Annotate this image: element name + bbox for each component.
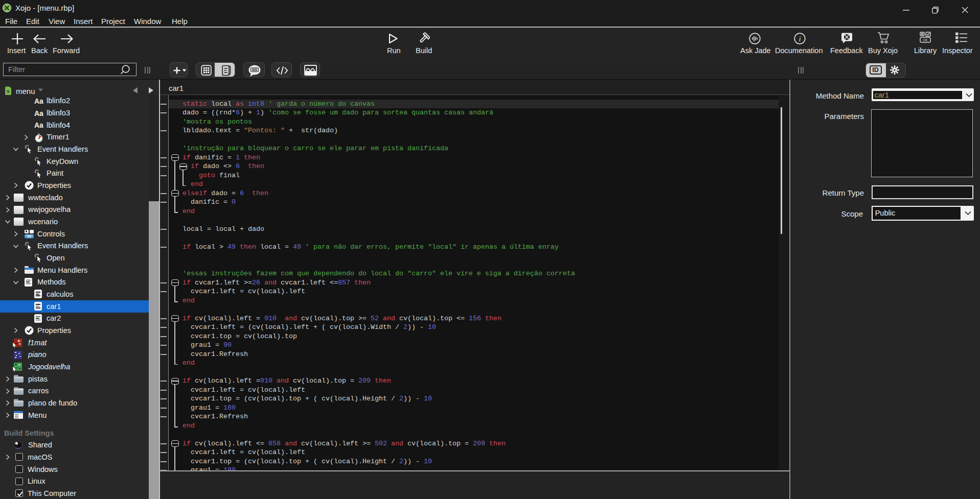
svg-text:OK: OK [923,38,928,42]
svg-text:i: i [799,35,801,43]
